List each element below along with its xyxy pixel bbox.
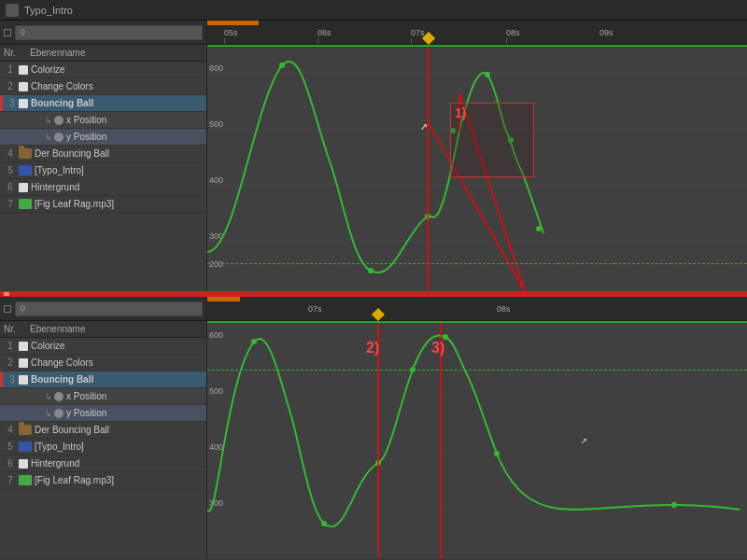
layer-icon-4-top [19,148,32,159]
collapse-icon-top[interactable] [4,29,11,36]
cursor-vline-bot-2 [441,323,442,558]
layer-icon-3-bot [19,375,28,385]
layer-label-3-bot: Bouncing Ball [31,374,93,385]
layer-row-7-top[interactable]: 7 [Fig Leaf Rag.mp3] [0,196,206,213]
layer-icon-7-bot [19,475,32,485]
svg-point-17 [671,502,677,508]
layer-row-6-top[interactable]: 6 Hintergrund [0,179,206,196]
col-header-bottom: Nr. Ebenenname [0,321,206,338]
annotation-2: 2) [366,340,379,357]
panel-header-top: ⚲ [0,21,206,45]
work-area-bar-bot [207,297,240,301]
layer-label-7-bot: [Fig Leaf Rag.mp3] [35,475,114,485]
active-indicator-bot [0,371,3,387]
ruler-08s-top: 08s [506,28,520,37]
layer-icon-y-bot [54,409,63,418]
timeline-bottom: 07s 08s 600 500 400 300 [207,297,747,558]
layer-label-5-bot: [Typo_Intro] [35,441,84,452]
layer-label-y-top: y Position [66,132,106,142]
layer-label-1-top: Colorize [31,64,65,75]
divider-icon [4,292,9,296]
sidebar-bottom: ⚲ Nr. Ebenenname 1 Colorize 2 Change Col… [0,297,207,558]
layer-row-ypos-top[interactable]: ↳ y Position [0,129,206,146]
layer-label-3-top: Bouncing Ball [31,98,93,108]
svg-point-4 [485,72,490,77]
layer-row-1-bot[interactable]: 1 Colorize [0,338,206,355]
layer-icon-2-top [19,82,28,91]
ruler-08s-bot: 08s [497,304,511,314]
collapse-icon-bottom[interactable] [4,305,11,313]
layer-row-1-top[interactable]: 1 Colorize [0,62,206,78]
col-header-top: Nr. Ebenenname [0,45,206,62]
tick-08 [506,38,507,44]
col-name: Ebenenname [30,48,86,58]
layer-icon-x-bot [54,392,63,401]
curve-svg-bot [207,323,747,558]
search-icon-top: ⚲ [20,28,26,37]
annotation-3: 3) [431,340,444,357]
layer-row-5-top[interactable]: 5 [Typo_Intro] [0,162,206,179]
work-area-green-bot [207,321,747,323]
graph-top: 600 500 400 300 200 [207,47,747,291]
ruler-07s-top: 07s [411,28,425,37]
layer-label-y-bot: y Position [66,408,106,418]
tick-07 [411,38,412,44]
layer-label-7-top: [Fig Leaf Rag.mp3] [35,199,114,209]
layer-icon-y-top [54,133,63,142]
layer-label-6-top: Hintergrund [31,182,79,192]
panel-header-bottom: ⚲ [0,297,206,321]
layer-row-7-bot[interactable]: 7 [Fig Leaf Rag.mp3] [0,472,206,489]
svg-point-12 [321,521,327,526]
svg-point-16 [494,451,500,456]
layer-icon-6-bot [19,459,28,469]
layer-label-1-bot: Colorize [31,341,65,351]
ruler-top[interactable]: 05s 06s 07s 08s 09s [207,21,747,45]
layer-row-xpos-top[interactable]: ↳ x Position [0,112,206,129]
layer-icon-1-top [19,65,28,75]
layer-row-ypos-bot[interactable]: ↳ y Position [0,405,206,422]
layer-row-xpos-bot[interactable]: ↳ x Position [0,388,206,405]
layer-label-4-top: Der Bouncing Ball [35,148,109,159]
layer-icon-x-top [54,116,63,125]
top-bar: Typo_Intro [0,0,747,21]
layer-row-2-top[interactable]: 2 Change Colors [0,78,206,95]
dotted-line-bot [207,370,747,371]
col-name-bottom: Ebenenname [30,324,86,334]
active-indicator-top [0,95,3,111]
ruler-05s: 05s [224,28,238,37]
layer-row-4-bot[interactable]: 4 Der Bouncing Ball [0,422,206,439]
ruler-06s: 06s [317,28,331,37]
cursor-diamond-bot [372,308,385,321]
layer-row-2-bot[interactable]: 2 Change Colors [0,355,206,371]
layer-icon-7-top [19,199,32,209]
sidebar-top: ⚲ Nr. Ebenenname 1 Colorize 2 Change Col… [0,21,207,291]
layer-icon-1-bot [19,342,28,351]
sub-icon-y-bot: ↳ [45,409,52,418]
search-box-top[interactable]: ⚲ [15,25,203,40]
layer-label-5-top: [Typo_Intro] [35,165,84,175]
layer-row-6-bot[interactable]: 6 Hintergrund [0,455,206,472]
svg-point-0 [279,63,285,68]
layer-label-4-bot: Der Bouncing Ball [35,425,109,435]
search-box-bottom[interactable]: ⚲ [15,301,203,316]
app-icon [6,4,19,17]
layer-row-5-bot[interactable]: 5 [Typo_Intro] [0,439,206,455]
dotted-line-top [207,263,747,264]
layer-label-x-bot: x Position [66,391,106,401]
svg-point-6 [536,226,542,231]
col-nr-bottom: Nr. [4,324,21,334]
col-nr: Nr. [4,48,21,58]
layer-label-2-top: Change Colors [31,81,93,91]
layer-row-4-top[interactable]: 4 Der Bouncing Ball [0,146,206,162]
ruler-07s-bot: 07s [308,304,322,314]
layer-row-3-top[interactable]: 3 Bouncing Ball [0,95,206,112]
timeline-top: 05s 06s 07s 08s 09s 600 500 400 300 200 [207,21,747,291]
panel-top: ⚲ Nr. Ebenenname 1 Colorize 2 Change Col… [0,21,747,291]
ruler-09s-top: 09s [599,28,613,37]
layer-row-3-bot[interactable]: 3 Bouncing Ball [0,371,206,388]
graph-bottom: 600 500 400 300 [207,323,747,558]
svg-point-1 [368,268,374,273]
layer-label-x-top: x Position [66,115,106,125]
ruler-bottom[interactable]: 07s 08s [207,297,747,321]
work-area-green-top [207,45,747,47]
